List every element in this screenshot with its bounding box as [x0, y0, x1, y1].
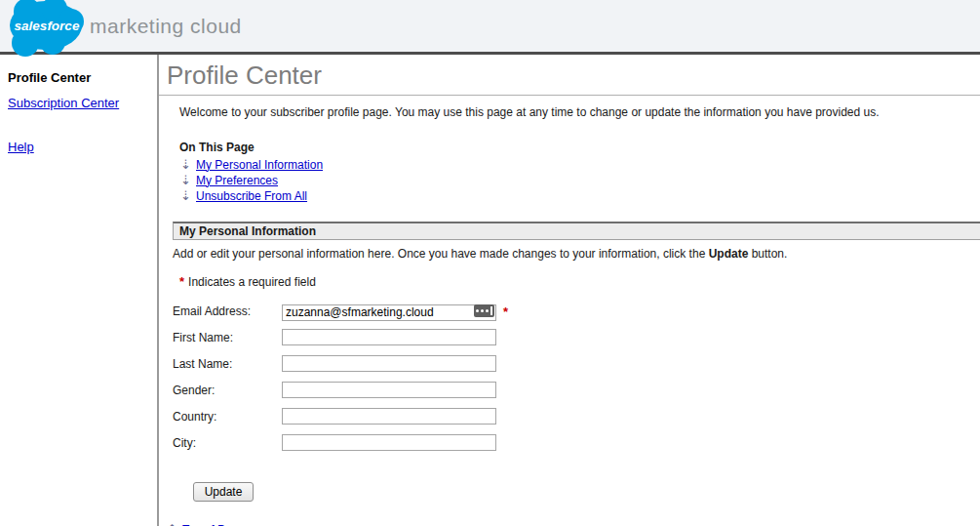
email-field[interactable]	[282, 304, 496, 321]
country-label: Country:	[173, 408, 282, 424]
first-name-label: First Name:	[173, 329, 282, 344]
sidebar-item-help[interactable]: Help	[8, 140, 34, 154]
required-asterisk: *	[179, 274, 184, 289]
list-item: ⇣ Unsubscribe From All	[179, 188, 980, 203]
on-this-page-title: On This Page	[179, 141, 980, 154]
product-name: marketing cloud	[90, 15, 242, 38]
personal-information-form: Email Address: * First Name: Last Name: …	[173, 303, 980, 502]
up-arrow-icon: ⇡	[166, 522, 178, 526]
email-label: Email Address:	[173, 303, 282, 318]
welcome-text: Welcome to your subscriber profile page.…	[179, 105, 980, 119]
update-button[interactable]: Update	[193, 482, 254, 502]
first-name-field[interactable]	[282, 329, 496, 345]
sidebar-item-profile-center: Profile Center	[8, 70, 149, 85]
down-arrow-icon: ⇣	[179, 188, 192, 203]
down-arrow-icon: ⇣	[179, 173, 192, 187]
link-unsubscribe-from-all[interactable]: Unsubscribe From All	[196, 189, 307, 203]
salesforce-logo: salesforce	[6, 0, 90, 64]
link-my-preferences[interactable]: My Preferences	[196, 174, 278, 187]
list-item: ⇣ My Personal Information	[179, 157, 980, 172]
section-header-my-personal-information: My Personal Information	[173, 222, 980, 240]
form-row-last-name: Last Name:	[173, 355, 980, 372]
profile-center-page: Profile Center Subscription Center Help …	[0, 55, 980, 526]
on-this-page: On This Page ⇣ My Personal Information ⇣…	[179, 141, 980, 203]
last-name-label: Last Name:	[173, 355, 282, 371]
last-name-field[interactable]	[282, 355, 496, 372]
section-description-update-word: Update	[709, 247, 749, 261]
section-description-prefix: Add or edit your personal information he…	[173, 247, 709, 261]
salesforce-cloud-icon: salesforce	[6, 0, 90, 61]
sidebar-item-subscription-center[interactable]: Subscription Center	[8, 96, 119, 110]
down-arrow-icon: ⇣	[179, 157, 192, 172]
page-title: Profile Center	[167, 61, 980, 90]
top-of-page: ⇡ Top of Page	[166, 522, 980, 526]
form-row-email: Email Address: *	[173, 303, 980, 319]
gender-field[interactable]	[282, 382, 496, 398]
form-row-country: Country:	[173, 408, 980, 425]
gender-label: Gender:	[173, 382, 282, 397]
form-row-first-name: First Name:	[173, 329, 980, 345]
section-description-suffix: button.	[748, 247, 787, 261]
salesforce-logo-text: salesforce	[15, 19, 80, 33]
sidebar: Profile Center Subscription Center Help	[0, 55, 159, 526]
ellipsis-reveal-icon[interactable]	[474, 304, 494, 317]
page-title-block: Profile Center	[159, 55, 980, 96]
city-field[interactable]	[282, 434, 496, 451]
required-field-note: *Indicates a required field	[179, 274, 980, 289]
app-header: salesforce marketing cloud	[0, 0, 980, 52]
form-row-city: City:	[173, 434, 980, 451]
section-description: Add or edit your personal information he…	[173, 247, 980, 261]
form-row-gender: Gender:	[173, 382, 980, 398]
email-required-asterisk: *	[503, 303, 508, 319]
country-field[interactable]	[282, 408, 496, 425]
link-my-personal-information[interactable]: My Personal Information	[196, 158, 323, 172]
main-content: Profile Center Welcome to your subscribe…	[159, 55, 980, 526]
list-item: ⇣ My Preferences	[179, 173, 980, 187]
email-input-wrap	[282, 303, 496, 321]
city-label: City:	[173, 434, 282, 450]
required-note-text: Indicates a required field	[188, 275, 316, 289]
top-of-page-link[interactable]: Top of Page	[182, 523, 245, 526]
